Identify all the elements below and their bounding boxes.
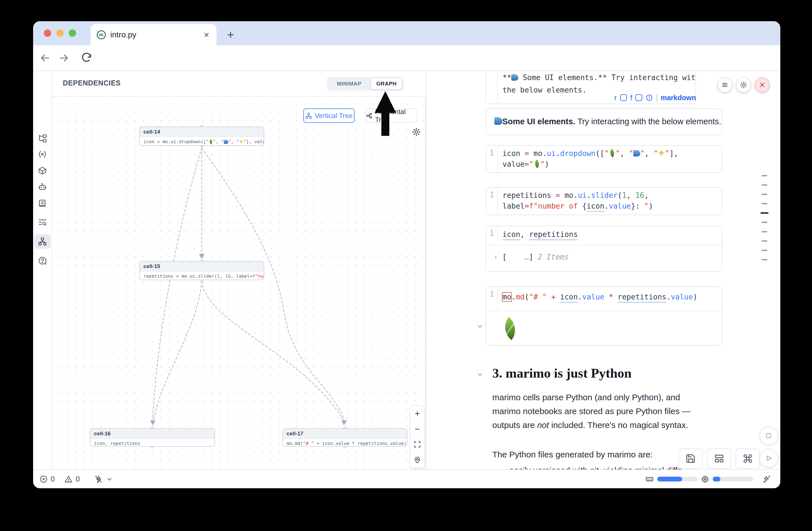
locate-node-button[interactable] [410,452,424,468]
language-label[interactable]: markdown [661,94,696,102]
sidebar-item-dependency-graph[interactable] [34,234,50,249]
memory-icon [646,475,654,484]
vertical-tree-button[interactable]: Vertical Tree [303,109,354,123]
cell-marker-active[interactable] [760,212,768,214]
browser-tab-strip: m intro.py [33,21,780,45]
md-expression-cell[interactable]: 1 mo.md("# " + icon.value * repetitions.… [485,286,722,346]
format-on-save-off-icon[interactable] [94,475,103,484]
graph-node-cell-16[interactable]: cell-16 icon, repetitions [90,428,215,447]
graph-node-cell-15[interactable]: cell-15 repetitions = mo.ui.slider(1, 16… [139,261,264,280]
code-line: mo.md("# " + icon.value * repetitions.va… [503,293,697,301]
markdown-output-cell[interactable]: 🌊Some UI elements. Try interacting with … [485,109,722,135]
toggle-f-checkbox[interactable] [636,94,642,101]
notebook-settings-button[interactable] [736,77,751,92]
marimo-favicon-icon: m [97,30,106,39]
edge-cell15-cell16 [154,281,202,420]
cpu-icon [701,475,709,484]
cell-marker[interactable] [762,250,767,251]
cell-marker[interactable] [762,184,767,186]
cell-marker[interactable] [762,193,767,195]
close-window-button[interactable] [44,29,51,37]
code-line: value="🍃") [503,160,549,169]
tab-graph[interactable]: GRAPH [371,78,402,89]
cpu-usage-fill [713,477,720,482]
fit-view-button[interactable] [410,437,424,453]
new-tab-icon[interactable] [226,30,236,40]
dropdown-code-cell[interactable]: 1 icon = mo.ui.dropdown(["🍃", "🌊", "✨"],… [485,145,722,173]
paragraph-text: included. There's no magical syntax. [549,420,688,430]
cell-marker[interactable] [762,259,767,260]
forward-icon[interactable] [58,52,69,64]
toggle-r-checkbox[interactable] [620,94,627,101]
graph-node-cell-14[interactable]: cell-14 icon = mo.ui.dropdown(["🍃", "🌊",… [139,127,264,146]
sidebar-item-ai-assistant[interactable] [34,179,50,194]
zoom-out-button[interactable] [410,421,424,437]
collapsed-output[interactable]: › [ …] 2 Items [493,253,569,261]
graph-node-cell-17[interactable]: cell-17 mo.md("# " + icon.value * repeti… [282,428,407,447]
sidebar-item-file-tree[interactable] [34,131,50,146]
paragraph-italic: not [537,420,549,430]
cell-marker[interactable] [762,240,767,242]
tab-title: intro.py [110,30,203,39]
dependencies-panel-header: DEPENDENCIES MINIMAP GRAPH [52,71,426,97]
back-icon[interactable] [40,52,51,64]
collapse-chevron-icon[interactable] [476,322,484,330]
ai-sparkles-icon[interactable] [762,475,771,484]
cell-marker[interactable] [762,231,767,232]
sidebar-item-variables[interactable] [34,147,50,162]
toggle-f-label: f [630,94,632,102]
code-line: icon = mo.ui.dropdown(["🍃", "🌊", "✨"], [503,149,678,158]
view-mode-switch: MINIMAP GRAPH [327,77,404,90]
vertical-tree-icon [305,112,312,119]
sidebar-item-scratchpad[interactable] [34,196,50,211]
graph-zoom-controls [410,406,424,468]
minimize-window-button[interactable] [56,29,64,37]
section-heading: 3. marimo is just Python [492,365,632,381]
keyboard-shortcuts-button[interactable] [736,448,760,469]
cell-marker[interactable] [762,203,767,204]
tab-close-icon[interactable] [203,31,210,39]
edge-cell14-cell17 [202,148,344,420]
shutdown-button[interactable] [755,77,770,92]
section-chevron-icon[interactable] [476,371,484,378]
browser-tab[interactable]: m intro.py [90,24,216,45]
run-button[interactable] [759,449,778,468]
expression-cell[interactable]: 1 icon, repetitions › [ …] 2 Items [485,226,722,272]
toolbar-separator [656,94,657,102]
hamburger-icon [721,81,728,89]
slider-code-cell[interactable]: 1 repetitions = mo.ui.slider(1, 16, labe… [485,187,722,215]
vertical-tree-label: Vertical Tree [315,112,352,120]
graph-settings-gear-icon[interactable] [412,127,421,137]
memory-usage-bar [657,477,697,482]
reload-icon[interactable] [81,52,92,64]
node-code: icon = mo.ui.dropdown(["🍃", "🌊", "✨"], v… [140,137,264,146]
tab-minimap[interactable]: MINIMAP [327,77,372,90]
maximize-window-button[interactable] [69,29,76,37]
stop-button[interactable] [759,426,778,445]
info-icon[interactable] [646,94,653,101]
sidebar-item-help[interactable] [34,253,50,268]
line-number: 1 [486,71,498,104]
line-number: 1 [486,226,498,244]
cpu-usage-bar [713,477,753,482]
layout-button[interactable] [707,448,731,469]
zoom-in-button[interactable] [410,406,424,421]
markdown-output-text: 🌊Some UI elements. Try interacting with … [494,117,721,126]
save-icon [685,454,696,464]
warnings-icon[interactable] [64,475,73,484]
arrowhead-cell16 [150,420,156,426]
chevron-down-icon[interactable] [106,475,113,483]
errors-icon[interactable] [39,475,48,484]
sidebar-item-packages[interactable] [34,163,50,178]
node-code: icon, repetitions [90,439,215,447]
cell-marker[interactable] [762,221,767,223]
dependency-graph-canvas[interactable]: Vertical Tree Horizontal Tree cell-14 ic… [52,97,426,469]
cell-marker[interactable] [762,175,767,176]
node-code: repetitions = mo.ui.slider(1, 16, label=… [140,271,264,280]
cell-menu-button[interactable] [717,77,733,92]
command-icon [743,454,753,464]
panel-title: DEPENDENCIES [63,79,120,87]
arrowhead-cell17 [341,420,347,426]
save-button[interactable] [679,448,703,469]
sidebar-item-search-logs[interactable] [34,215,50,230]
